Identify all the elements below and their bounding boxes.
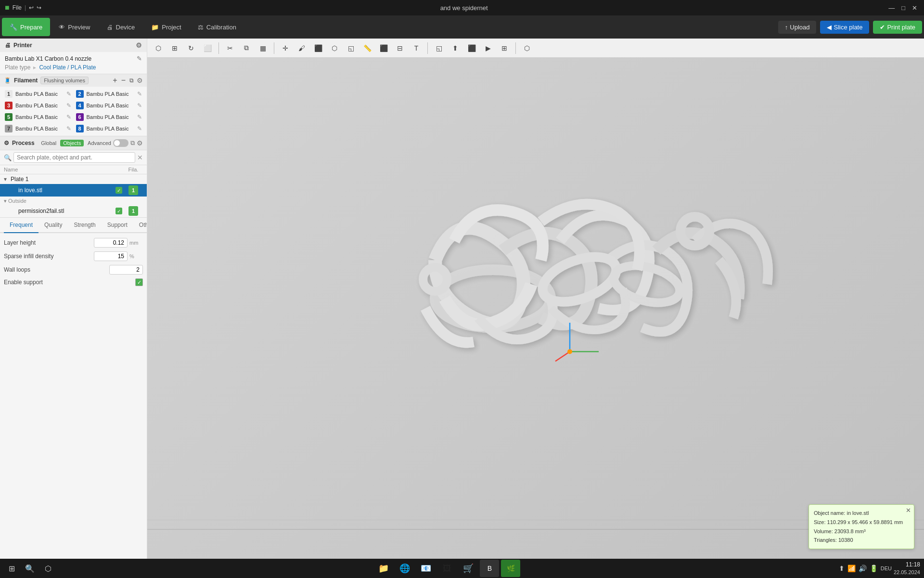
taskbar-store[interactable]: 🛒 <box>459 560 478 577</box>
advanced-toggle[interactable] <box>113 139 128 147</box>
upload-button[interactable]: ↑ Upload <box>778 21 817 34</box>
fdm-icon[interactable]: ◱ <box>344 41 358 55</box>
move-icon[interactable]: ✛ <box>278 41 293 55</box>
file2-checkbox[interactable] <box>114 208 124 214</box>
device-nav-button[interactable]: 🖨 Device <box>99 18 143 36</box>
printer-settings-icon[interactable]: ⚙ <box>136 41 142 49</box>
ortho-icon[interactable]: ⊞ <box>497 41 512 55</box>
support-paint-icon[interactable]: ⬛ <box>311 41 325 55</box>
process-settings-icon[interactable]: ⚙ <box>137 139 143 147</box>
tray-icon-1[interactable]: ⬆ <box>839 565 845 572</box>
text-icon[interactable]: T <box>409 41 424 55</box>
filament-item-5[interactable]: 5 Bambu PLA Basic ✎ <box>3 112 73 122</box>
filament-edit-3[interactable]: ✎ <box>66 102 71 109</box>
right-view-icon[interactable]: ▶ <box>481 41 495 55</box>
file1-checkbox[interactable] <box>114 187 124 194</box>
tree-file1[interactable]: in love.stl 1 <box>0 184 147 197</box>
remove-filament-button[interactable]: − <box>120 76 127 85</box>
close-button[interactable]: ✕ <box>909 4 920 12</box>
front-view-icon[interactable]: ⬛ <box>464 41 479 55</box>
process-copy-icon[interactable]: ⧉ <box>130 139 135 147</box>
add-geometry-icon[interactable]: ⬡ <box>151 41 166 55</box>
preview-nav-button[interactable]: 👁 Preview <box>51 18 98 36</box>
printer-edit-icon[interactable]: ✎ <box>137 55 142 62</box>
tab-global[interactable]: Global <box>38 140 59 146</box>
tab-strength[interactable]: Strength <box>68 218 101 233</box>
battery-icon[interactable]: 🔋 <box>870 565 878 572</box>
copy-icon[interactable]: ⧉ <box>239 41 254 55</box>
filament-edit-5[interactable]: ✎ <box>66 114 71 120</box>
taskview-button[interactable]: ⬡ <box>40 561 56 576</box>
filament-item-1[interactable]: 1 Bambu PLA Basic ✎ <box>3 89 73 99</box>
negative-icon[interactable]: ⊟ <box>393 41 407 55</box>
network-icon[interactable]: 📶 <box>847 565 856 572</box>
filament-edit-6[interactable]: ✎ <box>137 114 142 120</box>
arrange-icon[interactable]: ▦ <box>256 41 270 55</box>
search-taskbar-button[interactable]: 🔍 <box>22 561 38 576</box>
info-card-close-icon[interactable]: ✕ <box>906 507 911 514</box>
filament-item-2[interactable]: 2 Bambu PLA Basic ✎ <box>74 89 144 99</box>
tab-support[interactable]: Support <box>102 218 133 233</box>
filament-section: 🧵 Filament Flushing volumes + − ⧉ ⚙ 1 Ba… <box>0 74 147 136</box>
expand-icon[interactable]: ⬡ <box>520 41 534 55</box>
taskbar-chrome[interactable]: 🌐 <box>395 560 414 577</box>
add-filament-button[interactable]: + <box>112 76 118 85</box>
prepare-nav-button[interactable]: 🔧 Prepare <box>2 18 50 36</box>
cut-icon[interactable]: ✂ <box>223 41 237 55</box>
filament-edit-1[interactable]: ✎ <box>66 91 71 97</box>
assembly-icon[interactable]: ⬛ <box>376 41 391 55</box>
filament-copy-icon[interactable]: ⧉ <box>128 77 135 84</box>
box-view-icon[interactable]: ◱ <box>432 41 446 55</box>
seam-icon[interactable]: ⬡ <box>327 41 342 55</box>
filament-settings-icon[interactable]: ⚙ <box>137 77 143 84</box>
measure-icon[interactable]: 📏 <box>360 41 374 55</box>
tree-file2[interactable]: permission2fail.stl 1 <box>0 205 147 217</box>
taskbar-mail[interactable]: 📧 <box>416 560 436 577</box>
tab-quality[interactable]: Quality <box>38 218 68 233</box>
filament-edit-8[interactable]: ✎ <box>137 125 142 132</box>
plate-type-value[interactable]: Cool Plate / PLA Plate <box>39 64 96 71</box>
viewport[interactable]: ✕ Object name: in love.stl Size: 110.299… <box>147 58 924 559</box>
wall-loops-input[interactable] <box>109 265 143 275</box>
paint-icon[interactable]: 🖌 <box>295 41 309 55</box>
volume-icon[interactable]: 🔊 <box>859 565 867 572</box>
search-input[interactable] <box>13 152 135 163</box>
taskbar-explorer[interactable]: 📁 <box>374 560 393 577</box>
layer-height-input[interactable] <box>94 238 128 248</box>
taskbar-photos[interactable]: 🖼 <box>437 560 457 577</box>
enable-support-checkbox[interactable] <box>135 278 143 286</box>
taskbar-app2[interactable]: 🌿 <box>501 560 520 577</box>
filament-edit-7[interactable]: ✎ <box>66 125 71 132</box>
frame-icon[interactable]: ⬜ <box>200 41 215 55</box>
rotate-view-icon[interactable]: ↻ <box>184 41 198 55</box>
filament-item-4[interactable]: 4 Bambu PLA Basic ✎ <box>74 100 144 111</box>
slice-button[interactable]: ◀ Slice plate <box>820 21 869 34</box>
top-view-icon[interactable]: ⬆ <box>448 41 462 55</box>
titlebar: ■ File | ↩ ↪ and we spidernet — □ ✕ <box>0 0 924 15</box>
file2-fila: 1 <box>124 206 143 216</box>
grid-icon[interactable]: ⊞ <box>167 41 182 55</box>
redo-button[interactable]: ↪ <box>37 4 41 11</box>
filament-item-7[interactable]: 7 Bambu PLA Basic ✎ <box>3 123 73 134</box>
tree-plate1[interactable]: ▾ Plate 1 <box>0 174 147 184</box>
file-menu-button[interactable]: File <box>13 4 22 11</box>
calibration-nav-button[interactable]: ⚖ Calibration <box>190 18 244 36</box>
undo-button[interactable]: ↩ <box>29 4 34 11</box>
tab-frequent[interactable]: Frequent <box>4 218 38 233</box>
filament-edit-4[interactable]: ✎ <box>137 102 142 109</box>
sparse-infill-input[interactable] <box>94 251 128 261</box>
filament-item-6[interactable]: 6 Bambu PLA Basic ✎ <box>74 112 144 122</box>
minimize-button[interactable]: — <box>886 4 898 12</box>
taskbar-bambu[interactable]: B <box>480 560 499 577</box>
print-button[interactable]: ✔ Print plate <box>873 21 922 34</box>
start-button[interactable]: ⊞ <box>4 561 19 576</box>
maximize-button[interactable]: □ <box>898 4 908 12</box>
tab-objects[interactable]: Objects <box>60 140 84 146</box>
tab-others[interactable]: Others <box>133 218 147 233</box>
flushing-volumes-button[interactable]: Flushing volumes <box>40 77 89 84</box>
project-nav-button[interactable]: 📁 Project <box>143 18 189 36</box>
search-clear-icon[interactable]: ✕ <box>137 154 143 161</box>
filament-item-8[interactable]: 8 Bambu PLA Basic ✎ <box>74 123 144 134</box>
filament-edit-2[interactable]: ✎ <box>137 91 142 97</box>
filament-item-3[interactable]: 3 Bambu PLA Basic ✎ <box>3 100 73 111</box>
